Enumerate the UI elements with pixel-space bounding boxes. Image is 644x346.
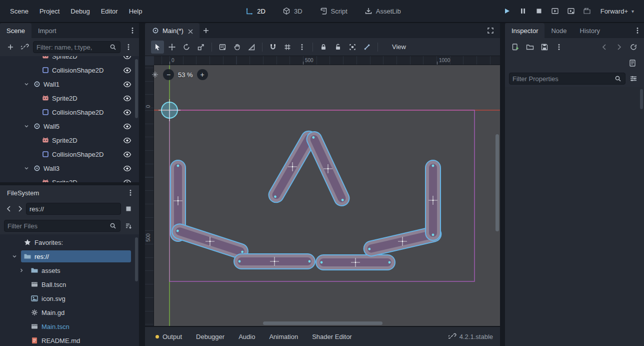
- property-filter-input[interactable]: [512, 75, 611, 83]
- lock-button-button[interactable]: [317, 41, 330, 54]
- visibility-toggle[interactable]: [122, 56, 132, 61]
- scene-node-row[interactable]: Wall3: [0, 161, 139, 175]
- file-filter-field[interactable]: [4, 220, 120, 232]
- version-button[interactable]: 4.2.1.stable: [448, 332, 495, 340]
- scene-tree-scrollbar[interactable]: [135, 59, 138, 118]
- open-docs-button[interactable]: [626, 57, 639, 70]
- resource-menu-button[interactable]: [552, 41, 566, 54]
- visibility-toggle[interactable]: [122, 136, 132, 145]
- file-row-fill[interactable]: Favorites:: [21, 236, 131, 248]
- bottom-tab-output[interactable]: Output: [150, 330, 188, 343]
- file-row[interactable]: res://: [0, 249, 139, 263]
- tab-inspector[interactable]: Inspector: [505, 23, 544, 38]
- history-forward-button[interactable]: [15, 202, 25, 215]
- pause-button[interactable]: [516, 5, 530, 18]
- tab-import[interactable]: Import: [32, 23, 63, 38]
- group-button-button[interactable]: [346, 41, 359, 54]
- zoom-in-button[interactable]: +: [197, 69, 208, 80]
- inspector-scrollbar[interactable]: [640, 89, 643, 109]
- pan-tool-button[interactable]: [230, 41, 244, 54]
- file-row[interactable]: Main.tscn: [0, 319, 139, 333]
- scene-dock-menu-button[interactable]: [122, 41, 135, 54]
- hscrollbar-thumb[interactable]: [263, 321, 382, 325]
- load-resource-button[interactable]: [524, 41, 536, 54]
- close-icon[interactable]: [186, 28, 193, 34]
- tab-node[interactable]: Node: [544, 23, 573, 38]
- collapse-arrow-icon[interactable]: [22, 81, 30, 87]
- file-row-fill[interactable]: Ball.tscn: [28, 278, 131, 290]
- file-row[interactable]: icon.svg: [0, 291, 139, 305]
- visibility-toggle[interactable]: [122, 80, 132, 89]
- menu-debug[interactable]: Debug: [66, 5, 94, 18]
- tab-menu-button[interactable]: [126, 23, 139, 38]
- tab-history[interactable]: History: [574, 23, 606, 38]
- toggle-split-mode-button[interactable]: [122, 202, 135, 215]
- instance-scene-button[interactable]: [18, 41, 32, 54]
- smart-snap-toggle-button[interactable]: [266, 41, 280, 54]
- scene-node-row[interactable]: Sprite2D: [0, 133, 139, 147]
- file-row-fill[interactable]: res://: [21, 250, 131, 262]
- collapse-arrow-icon[interactable]: [10, 253, 18, 259]
- bottom-tab-audio[interactable]: Audio: [233, 330, 260, 343]
- visibility-toggle[interactable]: [122, 108, 132, 117]
- scale-tool-button[interactable]: [194, 41, 208, 54]
- canvas-vscrollbar[interactable]: [496, 65, 499, 321]
- zoom-out-button[interactable]: −: [163, 69, 174, 80]
- file-filter-input[interactable]: [8, 222, 106, 230]
- scene-node-row[interactable]: Sprite2D: [0, 175, 139, 182]
- movie-maker-button[interactable]: [580, 5, 594, 18]
- view-menu-button[interactable]: View: [387, 41, 411, 53]
- save-resource-button[interactable]: [538, 41, 551, 54]
- visibility-toggle[interactable]: [122, 150, 132, 159]
- scene-tab-main[interactable]: Main(*): [145, 23, 200, 38]
- visibility-toggle[interactable]: [122, 122, 132, 131]
- main-screen-script[interactable]: Script: [314, 5, 353, 18]
- visibility-toggle[interactable]: [122, 66, 132, 75]
- menu-scene[interactable]: Scene: [5, 5, 34, 18]
- tab-scene[interactable]: Scene: [0, 23, 32, 38]
- scene-node-row[interactable]: Sprite2D: [0, 56, 139, 63]
- property-name-style-button[interactable]: [627, 72, 640, 85]
- main-screen-assetlib[interactable]: AssetLib: [359, 5, 406, 18]
- file-row-fill[interactable]: README.md: [28, 334, 131, 346]
- scene-node-row[interactable]: CollisionShape2D: [0, 63, 139, 77]
- menu-project[interactable]: Project: [34, 5, 64, 18]
- file-row-fill[interactable]: icon.svg: [28, 292, 131, 304]
- scene-filter-input[interactable]: [36, 44, 106, 51]
- new-resource-button[interactable]: [509, 41, 522, 54]
- file-row-fill[interactable]: assets: [28, 264, 131, 276]
- scene-node-row[interactable]: CollisionShape2D: [0, 147, 139, 161]
- filesystem-scrollbar[interactable]: [135, 237, 138, 281]
- scene-filter-field[interactable]: [33, 41, 120, 53]
- canvas-viewport[interactable]: 05001000 0500 − 53 % +: [145, 56, 500, 326]
- scene-node-row[interactable]: Sprite2D: [0, 91, 139, 105]
- file-row[interactable]: assets: [0, 263, 139, 277]
- scene-node-row[interactable]: CollisionShape2D: [0, 105, 139, 119]
- select-tool-button[interactable]: [151, 41, 164, 54]
- dock-splitter[interactable]: [139, 23, 145, 346]
- rotate-tool-button[interactable]: [180, 41, 193, 54]
- current-path-input[interactable]: [30, 205, 118, 213]
- center-view-icon[interactable]: [151, 71, 159, 79]
- expand-viewport-button[interactable]: [484, 23, 497, 38]
- file-row-fill[interactable]: Main.tscn: [28, 320, 131, 332]
- filesystem-dock-menu-button[interactable]: [124, 186, 137, 199]
- collapse-arrow-icon[interactable]: [22, 123, 30, 129]
- property-filter-field[interactable]: [509, 73, 626, 85]
- visibility-toggle[interactable]: [122, 178, 132, 183]
- grid-snap-toggle-button[interactable]: [281, 41, 294, 54]
- tab-menu-button[interactable]: [631, 23, 644, 38]
- bottom-tab-shader-editor[interactable]: Shader Editor: [306, 330, 358, 343]
- edit-forward-button[interactable]: [612, 41, 626, 54]
- main-screen-3d[interactable]: 3D: [277, 5, 308, 18]
- expand-arrow-icon[interactable]: [18, 267, 26, 273]
- file-row-fill[interactable]: Main.gd: [28, 306, 131, 318]
- menu-editor[interactable]: Editor: [96, 5, 123, 18]
- unlock-button-button[interactable]: [332, 41, 344, 54]
- scene-canvas[interactable]: [145, 56, 500, 326]
- play-button[interactable]: [500, 5, 514, 18]
- collapse-arrow-icon[interactable]: [22, 165, 30, 171]
- visibility-toggle[interactable]: [122, 164, 132, 173]
- file-row[interactable]: Ball.tscn: [0, 277, 139, 291]
- current-path-field[interactable]: [26, 203, 121, 215]
